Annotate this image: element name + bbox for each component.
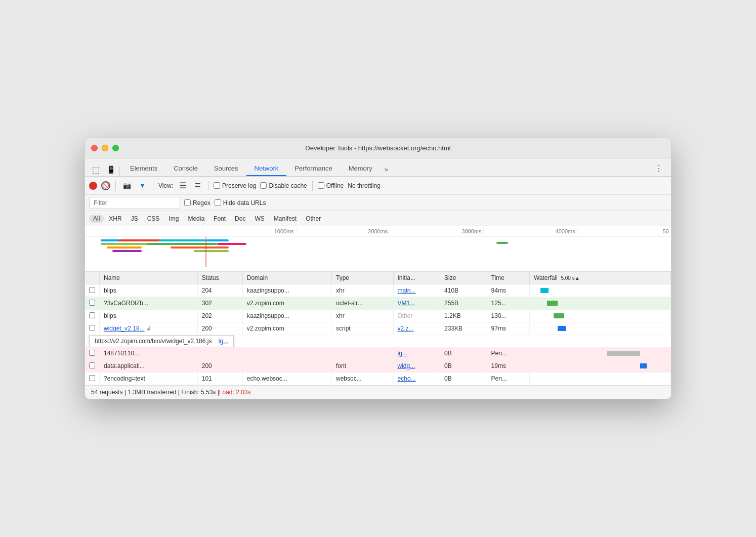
mark-4000ms: 4000ms <box>483 228 577 234</box>
row-waterfall <box>529 297 670 310</box>
filter-input[interactable] <box>89 197 180 209</box>
network-table: Name Status Domain Type Initia... Size T… <box>85 272 671 385</box>
row-checkbox[interactable] <box>85 284 100 297</box>
row-domain: echo.websoc... <box>242 373 331 385</box>
tab-console[interactable]: Console <box>165 161 206 176</box>
tab-performance[interactable]: Performance <box>286 161 340 176</box>
row-initiator: v2.z... <box>393 322 440 335</box>
hide-data-urls-input[interactable] <box>215 199 221 206</box>
row-checkbox[interactable] <box>85 310 100 322</box>
table-row[interactable]: data:applicati... 200 font widg... 0B 19… <box>85 360 671 373</box>
type-xhr[interactable]: XHR <box>105 215 125 223</box>
minimize-button[interactable] <box>102 145 108 151</box>
device-toolbar-icon[interactable]: 📱 <box>104 163 117 176</box>
toolbar-sep-3 <box>153 181 153 191</box>
tab-elements[interactable]: Elements <box>122 161 165 176</box>
col-type[interactable]: Type <box>331 272 393 284</box>
table-row[interactable]: blips 202 kaazingsuppo... xhr Other 1.2K… <box>85 310 671 322</box>
table-row[interactable]: ?encoding=text 101 echo.websoc... websoc… <box>85 373 671 385</box>
tab-memory[interactable]: Memory <box>341 161 381 176</box>
row-name: blips <box>100 284 198 297</box>
tab-more[interactable]: » <box>381 162 392 176</box>
row-type: script <box>331 322 393 335</box>
type-all[interactable]: All <box>89 215 104 223</box>
devtools-window: Developer Tools - https://websocket.org/… <box>85 138 671 399</box>
tab-network[interactable]: Network <box>246 161 287 176</box>
type-media[interactable]: Media <box>184 215 208 223</box>
row-domain <box>242 360 331 373</box>
row-checkbox[interactable] <box>85 297 100 310</box>
view-label: View: <box>158 182 173 189</box>
mark-2000ms: 2000ms <box>296 228 390 234</box>
col-size[interactable]: Size <box>440 272 487 284</box>
tooltip-initiator[interactable]: lg... <box>219 338 228 345</box>
offline-checkbox[interactable]: Offline <box>318 182 344 189</box>
col-name[interactable]: Name <box>100 272 198 284</box>
row-domain <box>242 347 331 360</box>
row-waterfall <box>529 322 670 335</box>
row-checkbox[interactable] <box>85 322 100 335</box>
type-manifest[interactable]: Manifest <box>270 215 301 223</box>
preserve-log-checkbox[interactable]: Preserve log <box>214 182 256 189</box>
row-time: Pen... <box>487 347 529 360</box>
record-button[interactable] <box>89 182 97 190</box>
type-img[interactable]: Img <box>164 215 183 223</box>
row-time: 97ms <box>487 322 529 335</box>
col-domain[interactable]: Domain <box>242 272 331 284</box>
table-row[interactable]: widget_v2.18... ↲ 200 v2.zopim.com scrip… <box>85 322 671 335</box>
type-doc[interactable]: Doc <box>231 215 249 223</box>
table-row[interactable]: blips 204 kaazingsuppo... xhr main... 41… <box>85 284 671 297</box>
type-font[interactable]: Font <box>209 215 230 223</box>
cursor-inspect-icon[interactable]: ⬚ <box>89 163 102 176</box>
table-row[interactable]: ?3vCaGRDlZb... 302 v2.zopim.com octet-st… <box>85 297 671 310</box>
hide-data-urls-checkbox[interactable]: Hide data URLs <box>215 199 266 206</box>
timeline-ruler: 1000ms 2000ms 3000ms 4000ms 50 <box>85 226 671 237</box>
row-size: 255B <box>440 297 487 310</box>
row-time: Pen... <box>487 373 529 385</box>
regex-checkbox[interactable]: Regex <box>184 199 211 206</box>
preserve-log-input[interactable] <box>214 182 220 189</box>
close-button[interactable] <box>91 145 98 151</box>
row-type: websoc... <box>331 373 393 385</box>
row-type: octet-str... <box>331 297 393 310</box>
type-ws[interactable]: WS <box>250 215 268 223</box>
row-checkbox[interactable] <box>85 360 100 373</box>
row-name: ?3vCaGRDlZb... <box>100 297 198 310</box>
regex-input[interactable] <box>184 199 191 206</box>
col-status[interactable]: Status <box>197 272 242 284</box>
camera-icon[interactable]: 📷 <box>121 181 133 190</box>
tab-sources[interactable]: Sources <box>206 161 246 176</box>
row-checkbox[interactable] <box>85 347 100 360</box>
toolbar-sep-1 <box>119 166 120 176</box>
toolbar-sep-4 <box>208 181 208 191</box>
type-other[interactable]: Other <box>302 215 325 223</box>
devtools-menu[interactable]: ⋮ <box>651 160 667 176</box>
table-header-row: Name Status Domain Type Initia... Size T… <box>85 272 671 284</box>
type-js[interactable]: JS <box>127 215 142 223</box>
row-size: 0B <box>440 347 487 360</box>
col-waterfall[interactable]: Waterfall 5.00 s▲ <box>529 272 670 284</box>
throttle-dropdown[interactable]: No throttling <box>348 182 381 189</box>
type-css[interactable]: CSS <box>143 215 164 223</box>
table-row[interactable]: 148710110... lg... 0B Pen... <box>85 347 671 360</box>
row-type <box>331 347 393 360</box>
disable-cache-input[interactable] <box>260 182 267 189</box>
view-group-icon[interactable]: ≣ <box>192 180 203 191</box>
row-waterfall <box>529 347 670 360</box>
col-initiator[interactable]: Initia... <box>393 272 440 284</box>
col-time[interactable]: Time <box>487 272 529 284</box>
clear-button[interactable]: 🚫 <box>101 181 110 190</box>
status-bar: 54 requests | 1.3MB transferred | Finish… <box>85 385 671 399</box>
row-status <box>197 347 242 360</box>
disable-cache-checkbox[interactable]: Disable cache <box>260 182 307 189</box>
row-checkbox[interactable] <box>85 373 100 385</box>
maximize-button[interactable] <box>112 145 119 151</box>
row-type: xhr <box>331 284 393 297</box>
view-list-icon[interactable]: ☰ <box>177 180 188 191</box>
status-load: Load: 2.03s <box>219 389 251 396</box>
row-waterfall <box>529 310 670 322</box>
row-waterfall <box>529 284 670 297</box>
toolbar-sep-2 <box>115 181 116 191</box>
filter-icon[interactable]: ▼ <box>137 181 148 190</box>
offline-input[interactable] <box>318 182 324 189</box>
